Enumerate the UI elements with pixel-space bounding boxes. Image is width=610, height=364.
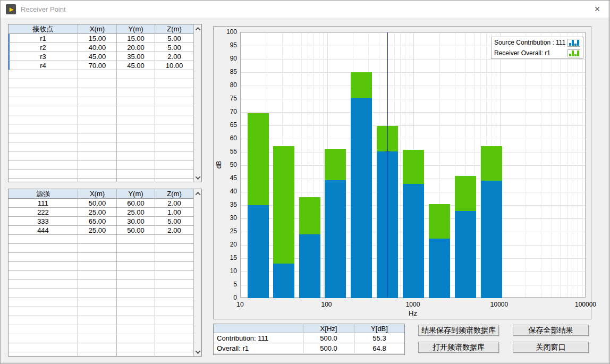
chart-cursor[interactable] <box>387 32 388 297</box>
table-cell[interactable] <box>9 316 78 325</box>
table-cell[interactable] <box>9 262 78 271</box>
table-cell[interactable] <box>155 160 193 170</box>
table-cell[interactable] <box>9 334 78 343</box>
table-cell[interactable]: 5.00 <box>155 34 193 43</box>
table-cell[interactable]: r2 <box>9 43 78 52</box>
table-cell[interactable]: Contribution: 111 <box>214 333 303 343</box>
table-cell[interactable] <box>117 151 155 160</box>
table-cell[interactable] <box>78 244 117 253</box>
table-cell[interactable] <box>9 253 78 262</box>
table-cell[interactable]: 15.00 <box>117 34 155 43</box>
table-cell[interactable] <box>117 271 155 280</box>
spectrum-chart[interactable]: 0510152025303540455055606570758085909510… <box>213 26 591 319</box>
table-cell[interactable] <box>78 235 117 244</box>
table-cell[interactable] <box>155 307 193 316</box>
table-cell[interactable]: 111 <box>9 199 78 208</box>
table-cell[interactable] <box>78 271 117 280</box>
table-cell[interactable] <box>78 325 117 334</box>
table-cell[interactable]: 40.00 <box>78 43 117 52</box>
table-cell[interactable] <box>117 307 155 316</box>
table-cell[interactable]: 10.00 <box>155 61 193 70</box>
chart-legend[interactable]: Source Contribution : 111Receiver Overal… <box>491 37 583 59</box>
scroll-up-button[interactable] <box>194 24 201 33</box>
table-cell[interactable] <box>117 133 155 142</box>
table-cell[interactable]: 500.0 <box>303 343 354 353</box>
source-table-scrollbar[interactable] <box>193 189 201 356</box>
table-cell[interactable] <box>9 124 78 133</box>
table-cell[interactable] <box>155 97 193 106</box>
table-cell[interactable] <box>155 179 193 182</box>
table-cell[interactable] <box>117 244 155 253</box>
table-cell[interactable]: 50.00 <box>78 199 117 208</box>
table-cell[interactable] <box>117 235 155 244</box>
save-all-results-button[interactable]: 保存全部结果 <box>513 325 589 336</box>
table-cell[interactable] <box>78 160 117 170</box>
table-cell[interactable] <box>78 253 117 262</box>
table-cell[interactable] <box>9 170 78 179</box>
table-cell[interactable]: r3 <box>9 52 78 61</box>
scroll-up-button[interactable] <box>194 189 201 198</box>
legend-entry[interactable]: Receiver Overall: r1 <box>492 48 583 58</box>
table-cell[interactable]: 70.00 <box>78 61 117 70</box>
table-cell[interactable] <box>9 97 78 106</box>
table-cell[interactable] <box>78 298 117 307</box>
table-cell[interactable] <box>155 316 193 325</box>
table-cell[interactable] <box>78 343 117 352</box>
table-cell[interactable] <box>9 271 78 280</box>
table-cell[interactable] <box>9 235 78 244</box>
table-cell[interactable] <box>117 179 155 182</box>
table-cell[interactable] <box>9 179 78 182</box>
table-cell[interactable]: 2.00 <box>155 52 193 61</box>
table-cell[interactable] <box>78 79 117 88</box>
table-cell[interactable] <box>155 352 193 357</box>
table-cell[interactable] <box>155 262 193 271</box>
table-cell[interactable] <box>117 253 155 262</box>
table-cell[interactable] <box>117 142 155 151</box>
table-cell[interactable] <box>117 352 155 357</box>
table-cell[interactable]: 500.0 <box>303 333 354 343</box>
table-cell[interactable] <box>9 298 78 307</box>
table-cell[interactable] <box>78 124 117 133</box>
table-cell[interactable] <box>117 97 155 106</box>
table-cell[interactable] <box>78 97 117 106</box>
table-cell[interactable] <box>155 88 193 97</box>
table-cell[interactable] <box>155 280 193 289</box>
table-cell[interactable] <box>78 142 117 151</box>
table-cell[interactable] <box>9 79 78 88</box>
table-cell[interactable] <box>78 133 117 142</box>
table-cell[interactable]: 2.00 <box>155 199 193 208</box>
scroll-down-button[interactable] <box>194 348 201 356</box>
table-cell[interactable] <box>117 70 155 79</box>
table-cell[interactable] <box>9 70 78 79</box>
table-cell[interactable] <box>78 316 117 325</box>
table-cell[interactable]: 45.00 <box>117 61 155 70</box>
table-cell[interactable] <box>9 142 78 151</box>
table-cell[interactable] <box>78 106 117 115</box>
table-cell[interactable]: 60.00 <box>117 199 155 208</box>
table-cell[interactable] <box>117 262 155 271</box>
table-cell[interactable] <box>9 244 78 253</box>
table-cell[interactable] <box>117 115 155 124</box>
table-cell[interactable] <box>117 170 155 179</box>
table-cell[interactable] <box>155 244 193 253</box>
table-cell[interactable]: r1 <box>9 34 78 43</box>
table-cell[interactable] <box>9 325 78 334</box>
table-cell[interactable] <box>117 124 155 133</box>
table-cell[interactable] <box>155 70 193 79</box>
table-cell[interactable] <box>155 115 193 124</box>
table-cell[interactable]: 20.00 <box>117 43 155 52</box>
table-cell[interactable]: 45.00 <box>78 52 117 61</box>
table-cell[interactable] <box>117 106 155 115</box>
table-cell[interactable] <box>9 160 78 170</box>
table-cell[interactable] <box>78 334 117 343</box>
table-cell[interactable] <box>78 179 117 182</box>
table-cell[interactable]: 5.00 <box>155 217 193 226</box>
table-cell[interactable] <box>78 70 117 79</box>
table-cell[interactable] <box>78 115 117 124</box>
table-cell[interactable] <box>117 298 155 307</box>
table-cell[interactable] <box>155 170 193 179</box>
table-cell[interactable] <box>155 325 193 334</box>
table-cell[interactable]: 50.00 <box>117 226 155 235</box>
table-cell[interactable] <box>9 307 78 316</box>
table-cell[interactable] <box>155 271 193 280</box>
